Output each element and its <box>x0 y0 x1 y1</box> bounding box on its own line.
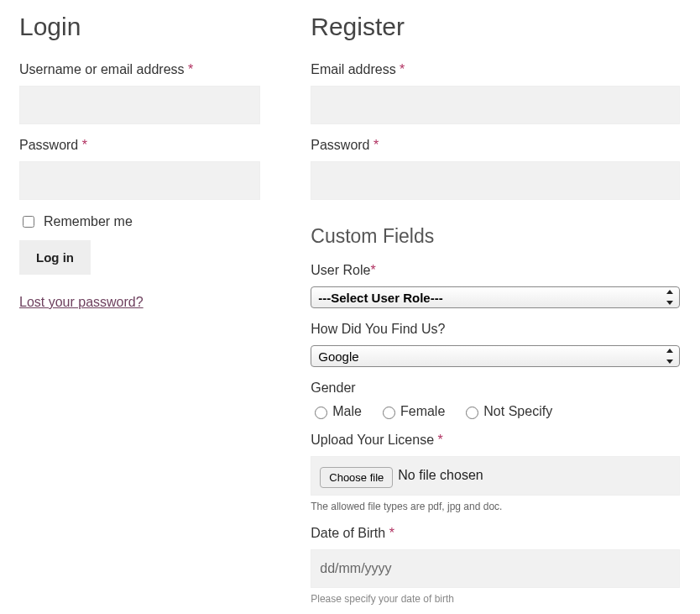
register-heading: Register <box>311 12 680 42</box>
gender-male-label: Male <box>332 404 362 419</box>
required-asterisk: * <box>438 433 443 447</box>
gender-notspecify-item: Not Specify <box>462 404 552 419</box>
login-section: Login Username or email address * Passwo… <box>0 0 294 608</box>
required-asterisk: * <box>188 62 193 76</box>
login-password-label: Password * <box>19 138 260 153</box>
gender-notspecify-radio[interactable] <box>466 407 478 419</box>
file-status-text: No file chosen <box>398 468 483 483</box>
dob-input[interactable]: dd/mm/yyyy <box>311 549 680 588</box>
register-email-input[interactable] <box>311 86 680 124</box>
remember-me-checkbox[interactable] <box>23 216 34 228</box>
find-us-select[interactable]: Google <box>311 345 680 367</box>
login-username-row: Username or email address * <box>19 62 260 124</box>
required-asterisk: * <box>374 138 379 152</box>
choose-file-button[interactable]: Choose file <box>320 467 393 488</box>
user-role-row: User Role* ---Select User Role--- <box>311 263 680 308</box>
register-password-input[interactable] <box>311 161 680 200</box>
required-asterisk: * <box>400 62 405 76</box>
find-us-label: How Did You Find Us? <box>311 322 680 337</box>
user-role-select[interactable]: ---Select User Role--- <box>311 286 680 308</box>
remember-me-label: Remember me <box>44 214 133 229</box>
gender-female-radio[interactable] <box>383 407 395 419</box>
gender-female-label: Female <box>400 404 445 419</box>
user-role-label: User Role* <box>311 263 680 278</box>
gender-male-radio[interactable] <box>315 407 327 419</box>
user-role-select-wrap: ---Select User Role--- <box>311 286 680 308</box>
remember-me-row: Remember me <box>19 213 260 230</box>
dob-row: Date of Birth * dd/mm/yyyy Please specif… <box>311 526 680 605</box>
license-row: Upload Your License * Choose file No fil… <box>311 433 680 512</box>
lost-password-link[interactable]: Lost your password? <box>19 295 144 310</box>
login-heading: Login <box>19 12 260 42</box>
gender-female-item: Female <box>379 404 445 419</box>
file-hint: The allowed file types are pdf, jpg and … <box>311 501 680 512</box>
dob-label: Date of Birth * <box>311 526 680 541</box>
register-password-label: Password * <box>311 138 680 153</box>
gender-notspecify-label: Not Specify <box>483 404 552 419</box>
file-input-box: Choose file No file chosen <box>311 456 680 496</box>
dob-hint: Please specify your date of birth <box>311 593 680 605</box>
required-asterisk: * <box>370 263 375 277</box>
gender-row: Gender Male Female Not Specify <box>311 380 680 419</box>
required-asterisk: * <box>389 526 394 540</box>
login-username-input[interactable] <box>19 86 260 124</box>
find-us-select-wrap: Google <box>311 345 680 367</box>
login-button[interactable]: Log in <box>19 240 91 275</box>
gender-radio-group: Male Female Not Specify <box>311 404 680 419</box>
gender-label: Gender <box>311 380 680 396</box>
register-section: Register Email address * Password * Cust… <box>294 0 700 608</box>
login-password-input[interactable] <box>19 161 260 200</box>
required-asterisk: * <box>82 138 87 152</box>
register-password-row: Password * <box>311 138 680 200</box>
gender-male-item: Male <box>311 404 362 419</box>
find-us-row: How Did You Find Us? Google <box>311 322 680 367</box>
register-email-label: Email address * <box>311 62 680 77</box>
login-username-label: Username or email address * <box>19 62 260 77</box>
register-email-row: Email address * <box>311 62 680 124</box>
license-label: Upload Your License * <box>311 433 680 448</box>
custom-fields-heading: Custom Fields <box>311 225 680 248</box>
login-password-row: Password * <box>19 138 260 200</box>
